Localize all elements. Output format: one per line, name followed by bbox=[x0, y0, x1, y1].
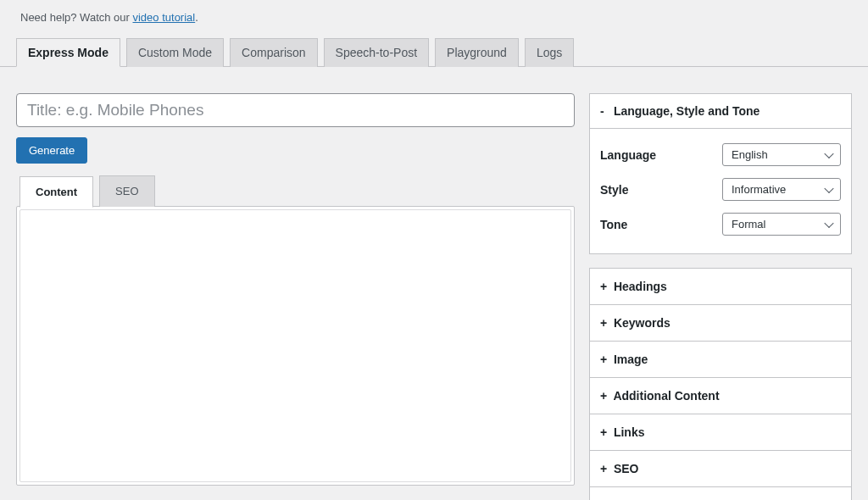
panel-title: SEO bbox=[614, 462, 639, 475]
content-tab-content[interactable]: Content bbox=[19, 176, 93, 208]
generate-button[interactable]: Generate bbox=[16, 137, 87, 164]
panel-title: Keywords bbox=[614, 316, 670, 330]
panel-title: Language, Style and Tone bbox=[614, 104, 760, 118]
expand-icon: + bbox=[600, 353, 610, 366]
style-select-wrap: Informative bbox=[722, 178, 841, 201]
tab-express-mode[interactable]: Express Mode bbox=[16, 38, 120, 67]
panel-head-headings[interactable]: + Headings bbox=[590, 269, 851, 305]
content-tabs: Content SEO bbox=[16, 175, 575, 207]
main-tabs: Express Mode Custom Mode Comparison Spee… bbox=[0, 37, 868, 67]
language-label: Language bbox=[600, 148, 656, 162]
tone-select-wrap: Formal bbox=[722, 213, 841, 236]
panel-title: Links bbox=[614, 425, 645, 439]
content-editor-wrap bbox=[16, 206, 575, 486]
style-label: Style bbox=[600, 183, 628, 197]
collapsed-panels: + Headings + Keywords + Image + Addition… bbox=[589, 268, 852, 500]
panel-head-custom-prompt[interactable]: + Custom Prompt bbox=[590, 487, 851, 500]
tone-label: Tone bbox=[600, 218, 627, 231]
panel-head-language-style-tone[interactable]: - Language, Style and Tone bbox=[590, 94, 851, 129]
expand-icon: + bbox=[600, 462, 610, 475]
panel-head-keywords[interactable]: + Keywords bbox=[590, 305, 851, 342]
help-text-prefix: Need help? Watch our bbox=[20, 11, 132, 24]
tab-playground[interactable]: Playground bbox=[435, 38, 519, 67]
panel-head-additional-content[interactable]: + Additional Content bbox=[590, 378, 851, 414]
collapse-icon: - bbox=[600, 104, 610, 118]
expand-icon: + bbox=[600, 280, 610, 293]
expand-icon: + bbox=[600, 425, 610, 439]
content-editor[interactable] bbox=[19, 209, 571, 482]
language-select[interactable]: English bbox=[722, 143, 841, 166]
expand-icon: + bbox=[600, 389, 610, 403]
title-input[interactable] bbox=[16, 93, 575, 127]
tab-custom-mode[interactable]: Custom Mode bbox=[126, 38, 224, 67]
tab-logs[interactable]: Logs bbox=[525, 38, 574, 67]
field-tone: Tone Formal bbox=[600, 207, 841, 242]
panel-head-image[interactable]: + Image bbox=[590, 342, 851, 378]
panel-head-seo[interactable]: + SEO bbox=[590, 451, 851, 487]
expand-icon: + bbox=[600, 316, 610, 330]
help-bar: Need help? Watch our video tutorial. bbox=[0, 0, 868, 37]
panel-title: Headings bbox=[614, 280, 667, 293]
tab-speech-to-post[interactable]: Speech-to-Post bbox=[324, 38, 430, 67]
panel-title: Image bbox=[614, 353, 648, 366]
right-column: - Language, Style and Tone Language Engl… bbox=[589, 93, 852, 500]
tone-select[interactable]: Formal bbox=[722, 213, 841, 236]
help-text-suffix: . bbox=[195, 11, 198, 24]
panel-language-style-tone: - Language, Style and Tone Language Engl… bbox=[589, 93, 852, 254]
language-select-wrap: English bbox=[722, 143, 841, 166]
main-area: Generate Content SEO - Language, Style a… bbox=[0, 67, 868, 500]
style-select[interactable]: Informative bbox=[722, 178, 841, 201]
left-column: Generate Content SEO bbox=[16, 93, 575, 486]
panel-body-language-style-tone: Language English Style Informative bbox=[590, 129, 851, 253]
content-tab-seo[interactable]: SEO bbox=[99, 175, 154, 207]
panel-head-links[interactable]: + Links bbox=[590, 414, 851, 451]
field-style: Style Informative bbox=[600, 172, 841, 207]
video-tutorial-link[interactable]: video tutorial bbox=[132, 11, 195, 24]
field-language: Language English bbox=[600, 137, 841, 172]
tab-comparison[interactable]: Comparison bbox=[230, 38, 317, 67]
panel-title: Additional Content bbox=[613, 389, 719, 403]
